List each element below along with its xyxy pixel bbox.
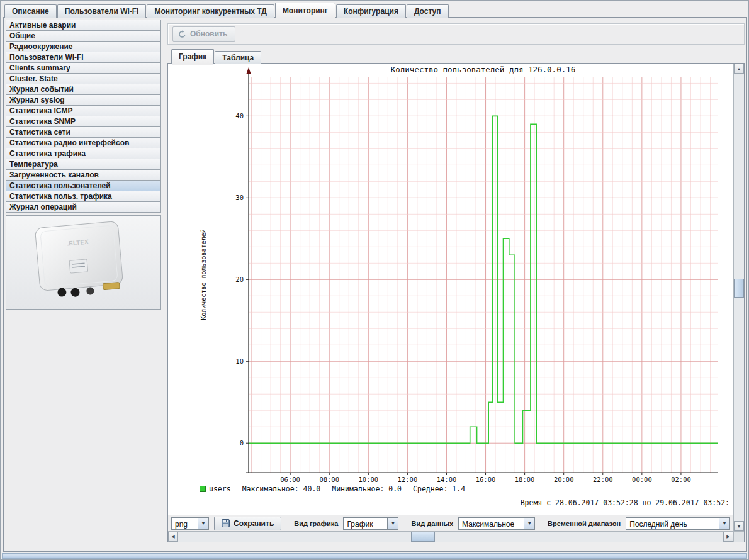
svg-text:12:00: 12:00 [398, 476, 418, 483]
svg-text:10: 10 [235, 357, 244, 365]
scroll-left-button[interactable]: ◀ [168, 532, 178, 542]
legend-avg-label: Среднее: 1.4 [413, 484, 465, 493]
svg-text:06:00: 06:00 [280, 476, 300, 483]
legend-min-label: Минимальное: 0.0 [332, 484, 402, 493]
main-tab-4[interactable]: Мониторинг [275, 3, 335, 18]
chart-panel: 01020304006:0008:0010:0012:0014:0016:001… [167, 63, 745, 542]
svg-text:22:00: 22:00 [593, 476, 613, 483]
svg-text:20:00: 20:00 [554, 476, 574, 483]
chart-canvas: 01020304006:0008:0010:0012:0014:0016:001… [168, 64, 733, 515]
graph-view-select[interactable]: График ▼ [343, 517, 398, 530]
data-view-label: Вид данных [411, 520, 453, 527]
sidebar-item-11[interactable]: Статистика сети [6, 126, 161, 138]
export-controls: png ▼ Сохранить Вид графика График ▼ [168, 515, 733, 531]
data-view-select[interactable]: Максимальное ▼ [458, 517, 535, 530]
svg-text:Количество пользователей для 1: Количество пользователей для 126.0.0.16 [391, 65, 576, 74]
sidebar-item-13[interactable]: Статистика трафика [6, 148, 161, 159]
sidebar-menu: Активные аварииОбщиеРадиоокружениеПользо… [6, 20, 161, 213]
main-tab-3[interactable]: Мониторинг конкурентных ТД [147, 4, 274, 18]
svg-text:18:00: 18:00 [515, 476, 535, 483]
chevron-down-icon: ▼ [524, 518, 534, 529]
chart-legend: users Максимальное: 40.0 Минимальное: 0.… [200, 484, 476, 493]
main-tab-2[interactable]: Пользователи Wi-Fi [57, 4, 147, 18]
vertical-scrollbar[interactable]: ▲ ▼ [733, 64, 744, 531]
svg-text:40: 40 [235, 112, 244, 120]
chevron-down-icon: ▼ [719, 518, 729, 529]
graph-view-select-value: График [344, 518, 387, 529]
time-range-select-value: Последний день [626, 518, 719, 529]
legend-series-label: users [209, 484, 231, 493]
svg-text:30: 30 [235, 194, 244, 201]
sidebar-item-12[interactable]: Статистика радио интерфейсов [6, 137, 161, 148]
svg-text:14:00: 14:00 [437, 476, 457, 483]
time-range-label: Временной диапазон [548, 520, 621, 527]
scrollbar-corner [733, 531, 744, 542]
main-tab-5[interactable]: Конфигурация [336, 4, 406, 18]
svg-text:00:00: 00:00 [632, 476, 652, 483]
view-tab-1[interactable]: График [171, 49, 214, 64]
time-range-select[interactable]: Последний день ▼ [626, 517, 730, 530]
chevron-down-icon: ▼ [198, 518, 208, 529]
view-tab-2[interactable]: Таблица [215, 51, 261, 64]
sidebar-item-8[interactable]: Журнал syslog [6, 94, 161, 106]
save-button[interactable]: Сохранить [214, 517, 281, 530]
main-tabbar: ОписаниеПользователи Wi-FiМониторинг кон… [4, 3, 449, 18]
svg-text:16:00: 16:00 [476, 476, 496, 483]
vertical-scroll-thumb[interactable] [734, 279, 744, 298]
app-window: ОписаниеПользователи Wi-FiМониторинг кон… [0, 0, 749, 560]
scroll-down-button[interactable]: ▼ [734, 521, 744, 531]
sidebar-item-5[interactable]: Clients summary [6, 62, 161, 74]
scroll-up-button[interactable]: ▲ [734, 64, 744, 74]
legend-max-label: Максимальное: 40.0 [242, 484, 321, 493]
svg-text:10:00: 10:00 [358, 476, 378, 483]
sidebar-item-14[interactable]: Температура [6, 159, 161, 170]
window-bottom-edge [2, 553, 747, 559]
refresh-button[interactable]: Обновить [172, 26, 235, 42]
graph-view-label: Вид графика [294, 520, 338, 527]
format-select-value: png [172, 518, 198, 529]
device-photo: .ELTEX [6, 216, 160, 309]
sidebar-item-17[interactable]: Статистика польз. трафика [6, 191, 161, 202]
legend-swatch-users [200, 486, 206, 492]
sidebar-item-6[interactable]: Cluster. State [6, 73, 161, 84]
main-tab-1[interactable]: Описание [4, 4, 57, 18]
chart-table-tabbar: ГрафикТаблица [171, 49, 261, 64]
sidebar-item-2[interactable]: Общие [6, 30, 161, 42]
svg-text:02:00: 02:00 [671, 476, 691, 483]
save-button-label: Сохранить [234, 519, 274, 528]
data-view-select-value: Максимальное [459, 518, 524, 529]
main-tab-6[interactable]: Доступ [407, 4, 449, 18]
sidebar-item-9[interactable]: Статистика ICMP [6, 105, 161, 116]
sidebar-item-7[interactable]: Журнал событий [6, 84, 161, 95]
toolbar-panel [167, 23, 745, 45]
sidebar-item-18[interactable]: Журнал операций [6, 201, 161, 213]
sidebar-item-15[interactable]: Загруженность каналов [6, 169, 161, 181]
chevron-down-icon: ▼ [387, 518, 398, 529]
chart-viewport: 01020304006:0008:0010:0012:0014:0016:001… [168, 64, 733, 531]
refresh-button-label: Обновить [190, 30, 227, 38]
svg-text:08:00: 08:00 [319, 476, 339, 483]
sidebar-item-1[interactable]: Активные аварии [6, 20, 161, 31]
horizontal-scrollbar[interactable]: ◀ ▶ [168, 531, 733, 542]
svg-text:Количество пользователей: Количество пользователей [200, 229, 207, 320]
refresh-icon [178, 30, 186, 38]
device-photo-panel: .ELTEX [6, 215, 161, 310]
format-select[interactable]: png ▼ [171, 517, 209, 530]
sidebar-item-16[interactable]: Статистика пользователей [6, 180, 161, 191]
svg-text:0: 0 [240, 439, 244, 447]
sidebar-item-4[interactable]: Пользователи Wi-Fi [6, 52, 161, 63]
sidebar-item-3[interactable]: Радиоокружение [6, 41, 161, 52]
users-chart: 01020304006:0008:0010:0012:0014:0016:001… [168, 64, 733, 515]
sidebar-item-10[interactable]: Статистика SNMP [6, 116, 161, 127]
horizontal-scroll-thumb[interactable] [411, 532, 435, 542]
scroll-right-button[interactable]: ▶ [723, 532, 733, 542]
save-icon [222, 519, 230, 527]
time-range-caption: Время с 28.06.2017 03:52:28 по 29.06.201… [521, 498, 729, 507]
svg-text:20: 20 [235, 276, 244, 283]
